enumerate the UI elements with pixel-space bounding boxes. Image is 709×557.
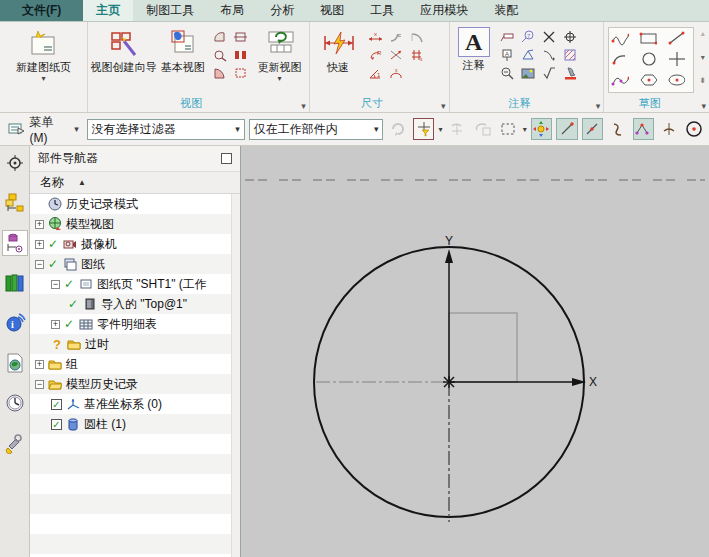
note-button[interactable]: A 注释 <box>452 24 496 73</box>
tab-drafting-tools[interactable]: 制图工具 <box>133 0 207 21</box>
new-sheet-button[interactable]: 新建图纸页 ▾ <box>7 24 79 82</box>
datum-feature-icon[interactable] <box>519 46 538 63</box>
tab-view[interactable]: 视图 <box>307 0 357 21</box>
expander[interactable]: − <box>51 280 60 289</box>
crop-view-icon[interactable] <box>231 64 250 81</box>
selection-scope-dropdown[interactable]: 仅在工作部件内 ▾ <box>249 119 384 140</box>
expander[interactable] <box>35 200 44 209</box>
section-view-icon[interactable] <box>231 28 250 45</box>
rapid-dimension-button[interactable]: 快速 <box>312 24 364 75</box>
tab-analysis[interactable]: 分析 <box>257 0 307 21</box>
intersection-symbol-icon[interactable] <box>540 28 559 45</box>
tangent-snap-icon[interactable] <box>607 118 628 140</box>
detail-view-icon[interactable] <box>210 46 229 63</box>
feature-control-frame-icon[interactable] <box>498 28 517 45</box>
studio-spline-icon[interactable] <box>610 71 629 88</box>
zoom-out-icon[interactable] <box>498 64 517 81</box>
tab-application[interactable]: 应用模块 <box>407 0 481 21</box>
tab-tools[interactable]: 工具 <box>357 0 407 21</box>
expander[interactable]: + <box>51 320 60 329</box>
check-icon[interactable]: ✓ <box>47 237 59 251</box>
balloon-icon[interactable]: 7 <box>519 28 538 45</box>
projected-view-icon[interactable] <box>210 28 229 45</box>
check-icon[interactable]: ✓ <box>63 317 75 331</box>
select-highlight-icon[interactable] <box>387 118 408 140</box>
ellipse-icon[interactable] <box>666 71 685 88</box>
panel-detach-button[interactable] <box>221 153 232 164</box>
break-view-icon[interactable] <box>231 46 250 63</box>
check-icon[interactable]: ✓ <box>63 277 75 291</box>
reuse-library-icon[interactable] <box>2 270 28 296</box>
history-clock-icon[interactable] <box>2 390 28 416</box>
graphics-canvas[interactable]: Y X <box>241 146 709 557</box>
tree-row-cylinder[interactable]: ✓ 圆柱 (1) <box>30 414 240 434</box>
scroll-bottom-icon[interactable]: ⇟ <box>699 76 706 85</box>
expander[interactable]: + <box>35 360 44 369</box>
part-navigator-icon[interactable] <box>2 230 28 256</box>
tab-layout[interactable]: 布局 <box>207 0 257 21</box>
assembly-navigator-icon[interactable] <box>2 190 28 216</box>
surface-finish-icon[interactable] <box>540 64 559 81</box>
arc-icon[interactable] <box>610 50 629 67</box>
radial-dimension-icon[interactable]: R <box>366 46 385 63</box>
tree-row-sheet-sht1[interactable]: − ✓ 图纸页 "SHT1" (工作 <box>30 274 240 294</box>
arc-length-dimension-icon[interactable]: x <box>387 64 406 81</box>
scroll-down-icon[interactable]: ▾ <box>701 53 705 62</box>
update-view-button[interactable]: 更新视图 ▾ <box>252 24 307 82</box>
ordinate-dimension-icon[interactable]: x <box>408 46 427 63</box>
sketch-group-caret-icon[interactable]: ▾ <box>701 101 706 111</box>
center-snap-icon[interactable] <box>684 118 705 140</box>
chamfer-dimension-icon[interactable] <box>387 46 406 63</box>
history-palette-icon[interactable] <box>2 350 28 376</box>
orient-view-icon[interactable] <box>472 118 493 140</box>
pole-snap-icon[interactable] <box>633 118 654 140</box>
target-gear-icon[interactable] <box>2 150 28 176</box>
tab-home[interactable]: 主页 <box>83 0 133 21</box>
sort-ascending-icon[interactable]: ▲ <box>78 178 86 187</box>
midpoint-snap-icon[interactable] <box>582 118 603 140</box>
tree-row-datum-csys[interactable]: ✓ 基准坐标系 (0) <box>30 394 240 414</box>
target-point-icon[interactable] <box>561 28 580 45</box>
checkbox[interactable]: ✓ <box>51 399 62 410</box>
linear-dimension-icon[interactable]: x <box>366 28 385 45</box>
view-wizard-button[interactable]: 视图创建向导 <box>90 24 157 75</box>
checkbox[interactable]: ✓ <box>51 419 62 430</box>
fillet-radius-icon[interactable] <box>408 28 427 45</box>
leader-line-icon[interactable] <box>540 46 559 63</box>
tree-row-imported-top[interactable]: ✓ 导入的 "Top@1" <box>30 294 240 314</box>
tree-row-obsolete[interactable]: ? 过时 <box>30 334 240 354</box>
filter-list-caret-icon[interactable]: ▾ <box>438 125 442 134</box>
image-icon[interactable] <box>519 64 538 81</box>
check-icon[interactable]: ✓ <box>47 257 59 271</box>
scroll-up-icon[interactable]: ▴ <box>701 29 705 38</box>
expander[interactable]: − <box>35 260 44 269</box>
endpoint-snap-icon[interactable] <box>556 118 577 140</box>
name-column-header[interactable]: 名称 <box>40 174 64 191</box>
base-view-button[interactable]: 基本视图 <box>157 24 208 75</box>
weld-symbol-icon[interactable] <box>561 64 580 81</box>
marquee-select-icon[interactable] <box>497 118 518 140</box>
tree-row-model-views[interactable]: + 模型视图 <box>30 214 240 234</box>
reference-rectangle[interactable] <box>449 313 517 382</box>
annotation-group-caret-icon[interactable]: ▾ <box>596 101 601 111</box>
expander[interactable]: − <box>35 380 44 389</box>
tree-row-groups[interactable]: + 组 <box>30 354 240 374</box>
rotate-point-icon[interactable] <box>446 118 467 140</box>
marquee-caret-icon[interactable]: ▾ <box>523 125 527 134</box>
tree-row-history-mode[interactable]: 历史记录模式 <box>30 194 240 214</box>
angular-dimension-icon[interactable]: 1 <box>366 64 385 81</box>
internet-help-icon[interactable]: i <box>2 310 28 336</box>
roles-tools-icon[interactable] <box>2 430 28 456</box>
tree-row-cameras[interactable]: + ✓ 摄像机 <box>30 234 240 254</box>
rectangle-icon[interactable] <box>638 29 657 46</box>
tree-row-parts-list[interactable]: + ✓ 零件明细表 <box>30 314 240 334</box>
tree-row-drawing[interactable]: − ✓ 图纸 <box>30 254 240 274</box>
crosshatch-icon[interactable] <box>561 46 580 63</box>
tree-row-model-history[interactable]: − 模型历史记录 <box>30 374 240 394</box>
perpendicular-dimension-icon[interactable]: c <box>387 28 406 45</box>
general-selection-filter-icon[interactable] <box>413 118 434 140</box>
line-icon[interactable] <box>666 29 685 46</box>
view-group-caret-icon[interactable]: ▾ <box>301 101 306 111</box>
menu-button[interactable]: 菜单(M) ▾ <box>4 112 83 147</box>
quadrant-snap-icon[interactable] <box>658 118 679 140</box>
